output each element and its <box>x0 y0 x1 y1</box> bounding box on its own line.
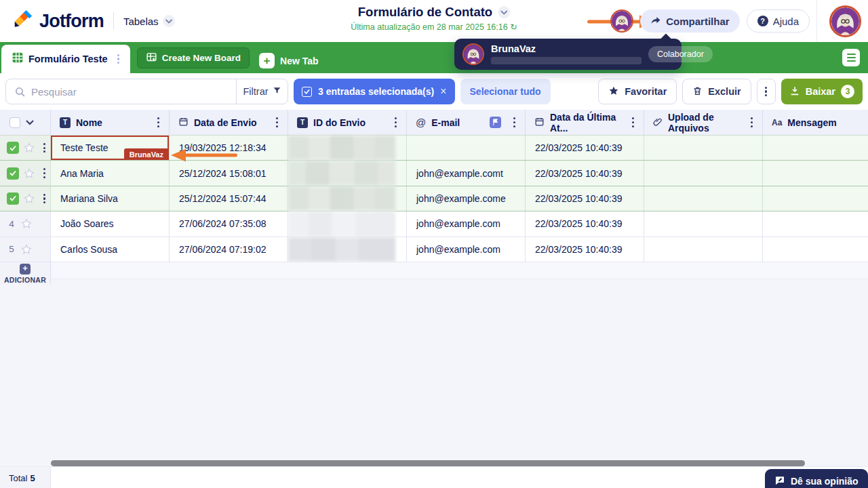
cell-id-do-envio[interactable] <box>288 211 407 236</box>
cell-mensagem[interactable] <box>763 161 868 185</box>
search-input[interactable] <box>26 86 236 98</box>
board-icon <box>146 52 157 65</box>
cell-data-ultima-atualizacao[interactable]: 22/03/2025 10:40:39 <box>526 161 644 185</box>
cell-email[interactable]: john@example.comt <box>407 161 526 185</box>
refresh-icon[interactable]: ↻ <box>510 22 517 32</box>
selected-entries-chip[interactable]: 3 entradas selecionada(s) × <box>294 79 455 104</box>
star-outline-icon[interactable] <box>24 168 35 179</box>
tab-menu-kebab-icon[interactable] <box>113 52 123 67</box>
column-header-mensagem[interactable]: Aa Mensagem <box>763 110 868 135</box>
cell-data-ultima-atualizacao[interactable]: 22/03/2025 10:40:39 <box>526 211 644 236</box>
feedback-button[interactable]: Dê sua opinião <box>765 469 868 488</box>
cell-id-do-envio[interactable] <box>288 136 407 160</box>
column-menu-kebab-icon[interactable] <box>747 115 757 130</box>
select-all-checkbox[interactable] <box>9 117 20 128</box>
create-new-board-button[interactable]: Create New Board <box>137 47 250 68</box>
cell-data-de-envio[interactable]: 27/06/2024 07:35:08 <box>170 211 288 236</box>
cell-email[interactable]: john@example.come <box>407 186 526 211</box>
cell-upload-de-arquivos[interactable] <box>644 186 763 211</box>
row-gutter <box>0 186 51 211</box>
cell-nome[interactable]: Teste Teste BrunaVaz <box>51 136 170 160</box>
toolbar-actions: Favoritar Excluir Baixar 3 <box>598 79 863 104</box>
cell-data-de-envio[interactable]: 25/12/2024 15:07:44 <box>170 186 288 211</box>
cell-mensagem[interactable] <box>763 136 868 160</box>
cell-id-do-envio[interactable] <box>288 161 407 185</box>
column-header-data-de-envio[interactable]: Data de Envio <box>170 110 288 135</box>
cell-data-de-envio[interactable]: 27/06/2024 07:19:02 <box>170 237 288 262</box>
select-all-button[interactable]: Selecionar tudo <box>460 79 551 104</box>
cell-upload-de-arquivos[interactable] <box>644 211 763 236</box>
add-entry-button[interactable]: + ADICIONAR <box>0 262 51 285</box>
table-row: Ana Maria 25/12/2024 15:08:01 john@examp… <box>0 161 868 186</box>
download-count-badge: 3 <box>841 85 854 98</box>
cell-data-ultima-atualizacao[interactable]: 22/03/2025 10:40:39 <box>526 136 644 160</box>
cell-nome[interactable]: Mariana Silva <box>51 186 170 211</box>
row-kebab-icon[interactable] <box>39 165 50 181</box>
checkbox-icon <box>302 87 312 97</box>
table-toolbar: Filtrar 3 entradas selecionada(s) × Sele… <box>0 73 868 110</box>
row-kebab-icon[interactable] <box>39 191 50 207</box>
column-menu-kebab-icon[interactable] <box>272 115 282 130</box>
cell-mensagem[interactable] <box>763 186 868 211</box>
grid-icon <box>12 52 23 66</box>
favorite-button[interactable]: Favoritar <box>598 79 677 104</box>
user-avatar[interactable] <box>829 5 861 37</box>
star-outline-icon[interactable] <box>24 142 35 153</box>
column-header-upload-de-arquivos[interactable]: Upload de Arquivos <box>644 110 763 135</box>
column-header-nome[interactable]: T Nome <box>51 110 170 135</box>
cell-nome[interactable]: Ana Maria <box>51 161 170 185</box>
cell-email[interactable]: john@example.com <box>407 237 526 262</box>
more-actions-kebab-icon[interactable] <box>757 79 776 104</box>
column-menu-kebab-icon[interactable] <box>628 115 638 130</box>
column-header-data-ultima-atualizacao[interactable]: Data da Última At... <box>526 110 644 135</box>
cell-data-ultima-atualizacao[interactable]: 22/03/2025 10:40:39 <box>526 186 644 211</box>
column-menu-kebab-icon[interactable] <box>391 115 401 130</box>
tab-formulario-teste[interactable]: Formulário Teste <box>1 45 130 73</box>
column-menu-kebab-icon[interactable] <box>153 115 163 130</box>
cell-nome[interactable]: João Soares <box>51 211 170 236</box>
column-menu-kebab-icon[interactable] <box>509 115 519 130</box>
column-header-id-do-envio[interactable]: T ID do Envio <box>288 110 407 135</box>
help-button[interactable]: ? Ajuda <box>747 9 810 33</box>
table-header: T Nome Data de Envio T ID do Envio @ E-m… <box>0 110 868 136</box>
cell-id-do-envio[interactable] <box>288 237 407 262</box>
jotform-logo[interactable]: Jotform <box>0 9 104 33</box>
cell-upload-de-arquivos[interactable] <box>644 237 763 262</box>
cell-upload-de-arquivos[interactable] <box>644 136 763 160</box>
download-button[interactable]: Baixar 3 <box>781 79 863 104</box>
new-tab-button[interactable]: + New Tab <box>259 53 319 68</box>
cell-id-do-envio[interactable] <box>288 186 407 211</box>
column-header-email[interactable]: @ E-mail <box>407 110 526 135</box>
delete-button[interactable]: Excluir <box>682 79 751 104</box>
plus-icon: + <box>259 53 275 68</box>
collaborator-avatar[interactable] <box>610 9 633 33</box>
filter-button[interactable]: Filtrar <box>236 79 288 104</box>
cell-nome[interactable]: Carlos Sousa <box>51 237 170 262</box>
star-outline-icon[interactable] <box>21 218 32 229</box>
total-value: 5 <box>30 473 35 483</box>
clear-selection-icon[interactable]: × <box>440 85 446 98</box>
create-board-label: Create New Board <box>162 53 241 63</box>
horizontal-scrollbar[interactable] <box>51 460 805 466</box>
expand-rows-chevron-icon[interactable] <box>26 120 34 125</box>
table-row: Teste Teste BrunaVaz 19/03/2025 12:18:34… <box>0 136 868 161</box>
cell-data-ultima-atualizacao[interactable]: 22/03/2025 10:40:39 <box>526 237 644 262</box>
cell-mensagem[interactable] <box>763 237 868 262</box>
row-checkbox-checked[interactable] <box>7 167 19 180</box>
star-outline-icon[interactable] <box>21 244 32 255</box>
row-kebab-icon[interactable] <box>39 140 50 156</box>
cell-upload-de-arquivos[interactable] <box>644 161 763 185</box>
row-checkbox-checked[interactable] <box>7 142 19 154</box>
cell-mensagem[interactable] <box>763 211 868 236</box>
row-checkbox-checked[interactable] <box>7 192 19 205</box>
cell-email[interactable] <box>407 136 526 160</box>
header-divider <box>113 12 114 30</box>
bottom-bar: Total 5 <box>0 466 868 488</box>
title-chevron-down-icon[interactable] <box>498 6 510 18</box>
cell-email[interactable]: john@example.com <box>407 211 526 236</box>
tab-list-menu-icon[interactable] <box>842 49 860 66</box>
share-button[interactable]: Compartilhar <box>640 9 739 33</box>
product-switcher[interactable]: Tabelas <box>123 15 175 27</box>
star-outline-icon[interactable] <box>24 193 35 204</box>
feedback-icon <box>774 475 785 488</box>
